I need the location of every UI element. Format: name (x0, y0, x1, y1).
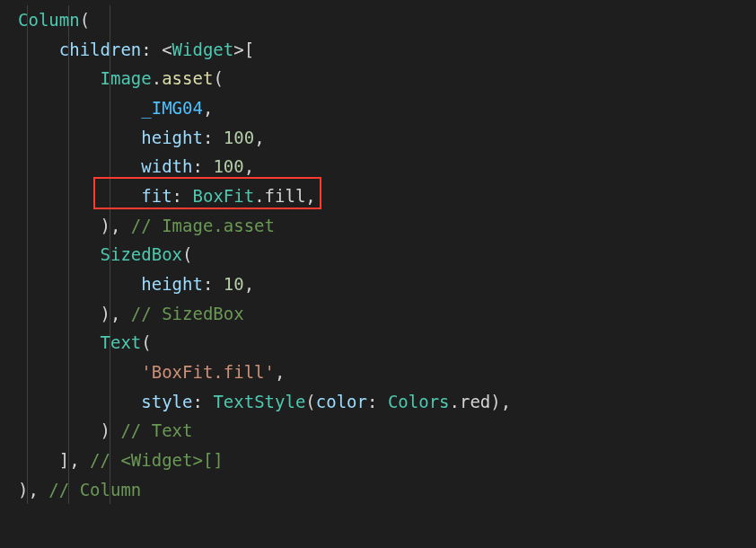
token-type: Colors (388, 392, 450, 411)
code-line[interactable]: 'BoxFit.fill', (18, 358, 756, 387)
code-editor[interactable]: Column( children: <Widget>[ Image.asset(… (0, 5, 756, 504)
code-line[interactable]: fit: BoxFit.fill, (18, 181, 756, 211)
token-white: red (460, 392, 490, 411)
token-type: Widget (172, 40, 234, 59)
token-punct: : (192, 392, 213, 411)
token-punct: : < (141, 40, 171, 59)
token-punct: >[ (233, 40, 254, 59)
token-punct: ), (490, 392, 511, 411)
code-line[interactable]: ), // SizedBox (18, 299, 756, 329)
code-line[interactable]: _IMG04, (18, 93, 756, 123)
code-line[interactable]: Image.asset( (18, 64, 756, 93)
code-line[interactable]: ) // Text (18, 416, 756, 446)
code-line[interactable]: ), // Column (18, 475, 756, 505)
token-punct: ( (305, 392, 315, 411)
token-punct: ( (141, 332, 151, 352)
token-comment: // Column (48, 480, 141, 499)
token-comment: // Image.asset (131, 216, 275, 235)
token-comment: // SizedBox (131, 304, 244, 323)
code-line[interactable]: Text( (18, 328, 756, 358)
token-punct: , (275, 362, 285, 382)
token-type: Column (18, 10, 80, 30)
token-punct: : (203, 128, 224, 147)
token-comment: // <Widget>[] (90, 450, 224, 470)
token-param: style (141, 392, 192, 411)
token-type: BoxFit (193, 186, 255, 206)
token-type: SizedBox (101, 244, 183, 264)
token-type: Text (101, 332, 142, 352)
code-line[interactable]: ], // <Widget>[] (18, 446, 756, 475)
code-line[interactable]: height: 10, (18, 270, 756, 299)
token-punct: . (450, 392, 460, 411)
token-punct: ( (80, 10, 90, 30)
token-punct: : (172, 186, 193, 206)
token-param: height (141, 128, 203, 147)
token-comment: // Text (120, 420, 192, 440)
token-punct: : (203, 274, 224, 294)
token-punct: . (152, 68, 162, 88)
token-param: height (141, 274, 203, 294)
token-punct: ), (18, 480, 48, 499)
token-param: color (316, 392, 367, 411)
token-str: 'BoxFit.fill' (141, 362, 275, 382)
token-num: 10 (224, 274, 244, 294)
token-punct: , (244, 156, 254, 176)
code-lines: Column( children: <Widget>[ Image.asset(… (18, 5, 756, 504)
token-punct: , (254, 128, 264, 147)
token-param: width (141, 156, 192, 176)
token-type: TextStyle (213, 392, 305, 411)
code-line[interactable]: Column( (18, 5, 756, 35)
token-punct: : (192, 156, 213, 176)
token-type: Image (101, 68, 152, 88)
token-punct: ( (213, 68, 223, 88)
token-punct: ), (101, 304, 131, 323)
token-punct: , (305, 186, 315, 206)
code-line[interactable]: width: 100, (18, 152, 756, 181)
token-func: asset (162, 68, 213, 88)
token-white: fill (265, 186, 306, 206)
token-punct: ) (101, 420, 121, 440)
token-punct: . (254, 186, 264, 206)
token-num: 100 (213, 156, 243, 176)
token-punct: , (203, 98, 213, 118)
token-param: fit (141, 186, 171, 206)
token-punct: ), (101, 216, 131, 235)
token-punct: : (367, 392, 388, 411)
token-param: children (59, 40, 142, 59)
token-punct: , (244, 274, 254, 294)
token-punct: ( (182, 244, 192, 264)
code-line[interactable]: style: TextStyle(color: Colors.red), (18, 387, 756, 417)
code-line[interactable]: ), // Image.asset (18, 211, 756, 241)
code-line[interactable]: children: <Widget>[ (18, 35, 756, 65)
token-num: 100 (224, 128, 254, 147)
token-punct: ], (59, 450, 90, 470)
code-line[interactable]: SizedBox( (18, 240, 756, 270)
token-const: _IMG04 (141, 98, 203, 118)
code-line[interactable]: height: 100, (18, 123, 756, 153)
